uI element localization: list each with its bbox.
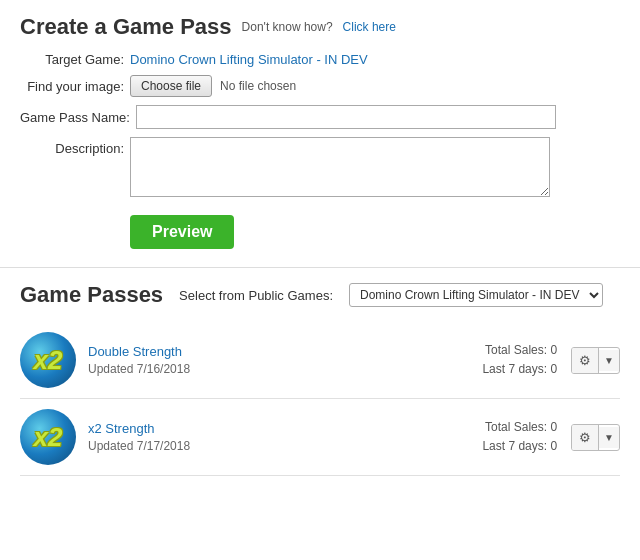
gear-dropdown-arrow: ▼	[599, 427, 619, 448]
public-games-select[interactable]: Domino Crown Lifting Simulator - IN DEV	[349, 283, 603, 307]
game-pass-avatar: x2	[20, 332, 76, 388]
no-file-text: No file chosen	[220, 79, 296, 93]
game-passes-title: Game Passes	[20, 282, 163, 308]
game-passes-section: Game Passes Select from Public Games: Do…	[0, 268, 640, 490]
dont-know-text: Don't know how?	[242, 20, 333, 34]
choose-file-button[interactable]: Choose file	[130, 75, 212, 97]
game-pass-item: x2 x2 Strength Updated 7/17/2018 Total S…	[20, 399, 620, 476]
game-pass-item: x2 Double Strength Updated 7/16/2018 Tot…	[20, 322, 620, 399]
game-pass-updated: Updated 7/16/2018	[88, 362, 190, 376]
description-label: Description:	[20, 137, 130, 156]
description-textarea[interactable]	[130, 137, 550, 197]
target-game-row: Target Game: Domino Crown Lifting Simula…	[20, 52, 620, 67]
pass-name-row: Game Pass Name:	[20, 105, 620, 129]
gear-icon: ⚙	[572, 348, 599, 373]
preview-button[interactable]: Preview	[130, 215, 234, 249]
pass-name-label: Game Pass Name:	[20, 110, 136, 125]
find-image-label: Find your image:	[20, 79, 130, 94]
game-pass-stats: Total Sales: 0 Last 7 days: 0	[427, 418, 557, 456]
pass-name-input[interactable]	[136, 105, 556, 129]
last7-stat: Last 7 days: 0	[427, 360, 557, 379]
select-from-label: Select from Public Games:	[179, 288, 333, 303]
game-pass-info: Double Strength Updated 7/16/2018	[88, 344, 427, 376]
game-pass-stats: Total Sales: 0 Last 7 days: 0	[427, 341, 557, 379]
game-pass-name-link[interactable]: x2 Strength	[88, 421, 427, 436]
game-passes-header: Game Passes Select from Public Games: Do…	[20, 282, 620, 308]
game-pass-updated: Updated 7/17/2018	[88, 439, 190, 453]
game-pass-avatar: x2	[20, 409, 76, 465]
gear-dropdown-arrow: ▼	[599, 350, 619, 371]
last7-stat: Last 7 days: 0	[427, 437, 557, 456]
x2-badge: x2	[34, 424, 63, 450]
total-sales-stat: Total Sales: 0	[427, 418, 557, 437]
x2-badge: x2	[34, 347, 63, 373]
gear-dropdown-button[interactable]: ⚙ ▼	[571, 347, 620, 374]
target-game-link[interactable]: Domino Crown Lifting Simulator - IN DEV	[130, 52, 368, 67]
game-pass-list: x2 Double Strength Updated 7/16/2018 Tot…	[20, 322, 620, 476]
click-here-link[interactable]: Click here	[343, 20, 396, 34]
create-title: Create a Game Pass	[20, 14, 232, 40]
create-header: Create a Game Pass Don't know how? Click…	[20, 14, 620, 40]
game-pass-name-link[interactable]: Double Strength	[88, 344, 427, 359]
create-game-pass-section: Create a Game Pass Don't know how? Click…	[0, 0, 640, 268]
target-game-label: Target Game:	[20, 52, 130, 67]
gear-icon: ⚙	[572, 425, 599, 450]
file-input-wrapper: Choose file No file chosen	[130, 75, 296, 97]
gear-dropdown-button[interactable]: ⚙ ▼	[571, 424, 620, 451]
game-pass-info: x2 Strength Updated 7/17/2018	[88, 421, 427, 453]
find-image-row: Find your image: Choose file No file cho…	[20, 75, 620, 97]
total-sales-stat: Total Sales: 0	[427, 341, 557, 360]
description-row: Description:	[20, 137, 620, 197]
